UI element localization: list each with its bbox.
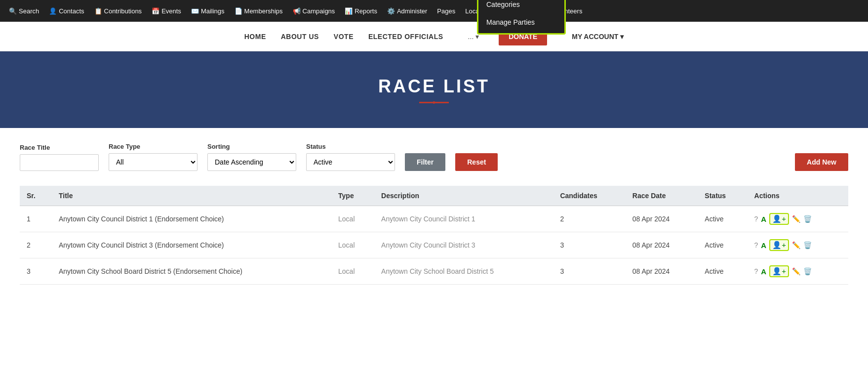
cell-description: Anytown City School Board District 5 <box>374 258 553 285</box>
a-icon[interactable]: A <box>761 241 766 250</box>
races-table: Sr. Title Type Description Candidates Ra… <box>20 186 848 285</box>
race-title-group: Race Title <box>20 144 99 171</box>
cell-actions: ? A 👤+ ✏️ 🗑️ <box>748 258 848 285</box>
dropdown-categories[interactable]: Categories <box>478 0 564 13</box>
add-person-icon[interactable]: 👤+ <box>769 213 789 225</box>
cell-actions: ? A 👤+ ✏️ 🗑️ <box>748 232 848 258</box>
a-icon[interactable]: A <box>761 267 766 276</box>
top-nav-memberships[interactable]: 📄 Memberships <box>231 4 287 18</box>
add-new-button[interactable]: Add New <box>795 153 848 171</box>
cell-candidates: 2 <box>553 206 625 232</box>
race-type-label: Race Type <box>109 143 197 150</box>
cell-race-date: 08 Apr 2024 <box>626 258 698 285</box>
hero-banner: RACE LIST <box>0 51 868 128</box>
col-description: Description <box>374 186 553 206</box>
campaigns-icon: 📢 <box>293 7 301 15</box>
cell-race-date: 08 Apr 2024 <box>626 206 698 232</box>
delete-icon[interactable]: 🗑️ <box>803 267 812 275</box>
status-group: Status Active Inactive All <box>306 143 395 171</box>
col-status: Status <box>698 186 747 206</box>
sorting-label: Sorting <box>207 143 296 150</box>
top-nav-administer[interactable]: ⚙️ Administer <box>383 4 431 18</box>
top-nav-contributions[interactable]: 📋 Contributions <box>90 4 146 18</box>
home-link[interactable]: HOME <box>244 33 266 41</box>
a-icon[interactable]: A <box>761 215 766 223</box>
search-icon: 🔍 <box>9 7 17 15</box>
memberships-icon: 📄 <box>235 7 242 15</box>
cell-title: Anytown City School Board District 5 (En… <box>52 258 331 285</box>
top-nav-campaigns[interactable]: 📢 Campaigns <box>289 4 339 18</box>
filter-button[interactable]: Filter <box>405 153 445 171</box>
cell-race-date: 08 Apr 2024 <box>626 232 698 258</box>
contacts-icon: 👤 <box>49 7 57 15</box>
cell-description: Anytown City Council District 1 <box>374 206 553 232</box>
status-select[interactable]: Active Inactive All <box>306 153 395 171</box>
about-us-link[interactable]: ABOUT US <box>281 33 319 41</box>
question-icon[interactable]: ? <box>754 215 758 223</box>
table-row: 3 Anytown City School Board District 5 (… <box>20 258 848 285</box>
cell-title: Anytown City Council District 3 (Endorse… <box>52 232 331 258</box>
question-icon[interactable]: ? <box>754 241 758 249</box>
table-header: Sr. Title Type Description Candidates Ra… <box>20 186 848 206</box>
elected-officials-link[interactable]: ELECTED OFFICIALS <box>368 33 443 41</box>
col-race-date: Race Date <box>626 186 698 206</box>
events-icon: 📅 <box>152 7 159 15</box>
col-type: Type <box>331 186 374 206</box>
reset-button[interactable]: Reset <box>455 153 498 171</box>
delete-icon[interactable]: 🗑️ <box>803 215 812 223</box>
dropdown-manage-parties[interactable]: Manage Parties <box>478 13 564 31</box>
races-dropdown-wrapper: ELECTED OFFICIALS Races Questions Candid… <box>368 33 443 41</box>
administer-icon: ⚙️ <box>387 7 395 15</box>
main-navigation: HOME ABOUT US VOTE ELECTED OFFICIALS Rac… <box>0 22 868 51</box>
races-table-container: Sr. Title Type Description Candidates Ra… <box>0 181 868 304</box>
table-body: 1 Anytown City Council District 1 (Endor… <box>20 206 848 285</box>
top-nav-contacts[interactable]: 👤 Contacts <box>45 4 88 18</box>
race-title-label: Race Title <box>20 144 99 151</box>
contributions-icon: 📋 <box>94 7 102 15</box>
cell-actions: ? A 👤+ ✏️ 🗑️ <box>748 206 848 232</box>
table-row: 1 Anytown City Council District 1 (Endor… <box>20 206 848 232</box>
edit-icon[interactable]: ✏️ <box>792 215 800 223</box>
col-title: Title <box>52 186 331 206</box>
cell-description: Anytown City Council District 3 <box>374 232 553 258</box>
cell-candidates: 3 <box>553 258 625 285</box>
main-nav-links: HOME ABOUT US VOTE ELECTED OFFICIALS Rac… <box>244 28 624 45</box>
sorting-group: Sorting Date Ascending Date Descending T… <box>207 143 296 171</box>
top-nav-reports[interactable]: 📊 Reports <box>341 4 381 18</box>
cell-sr: 2 <box>20 232 52 258</box>
hero-underline <box>419 102 449 103</box>
cell-title: Anytown City Council District 1 (Endorse… <box>52 206 331 232</box>
edit-icon[interactable]: ✏️ <box>792 267 800 275</box>
vote-link[interactable]: VOTE <box>334 33 354 41</box>
col-actions: Actions <box>748 186 848 206</box>
top-nav-pages[interactable]: Pages <box>433 4 459 18</box>
race-type-group: Race Type All Local State Federal <box>109 143 197 171</box>
reports-icon: 📊 <box>345 7 353 15</box>
add-person-icon[interactable]: 👤+ <box>769 265 789 277</box>
mailings-icon: ✉️ <box>191 7 199 15</box>
delete-icon[interactable]: 🗑️ <box>803 241 812 249</box>
status-label: Status <box>306 143 395 150</box>
col-candidates: Candidates <box>553 186 625 206</box>
cell-type: Local <box>331 258 374 285</box>
my-account-button[interactable]: MY ACCOUNT ▾ <box>572 33 624 41</box>
filter-area: Race Title Race Type All Local State Fed… <box>0 128 868 181</box>
top-navigation: 🔍 Search 👤 Contacts 📋 Contributions 📅 Ev… <box>0 0 868 22</box>
cell-sr: 1 <box>20 206 52 232</box>
race-title-input[interactable] <box>20 154 99 171</box>
race-type-select[interactable]: All Local State Federal <box>109 153 197 171</box>
cell-candidates: 3 <box>553 232 625 258</box>
top-nav-search[interactable]: 🔍 Search <box>5 4 43 18</box>
sorting-select[interactable]: Date Ascending Date Descending Title A-Z… <box>207 153 296 171</box>
add-person-icon[interactable]: 👤+ <box>769 239 789 251</box>
top-nav-events[interactable]: 📅 Events <box>148 4 185 18</box>
top-nav-mailings[interactable]: ✉️ Mailings <box>187 4 229 18</box>
cell-type: Local <box>331 232 374 258</box>
edit-icon[interactable]: ✏️ <box>792 241 800 249</box>
cell-status: Active <box>698 206 747 232</box>
cell-type: Local <box>331 206 374 232</box>
question-icon[interactable]: ? <box>754 267 758 275</box>
cell-status: Active <box>698 232 747 258</box>
hero-title: RACE LIST <box>10 76 858 97</box>
col-sr: Sr. <box>20 186 52 206</box>
